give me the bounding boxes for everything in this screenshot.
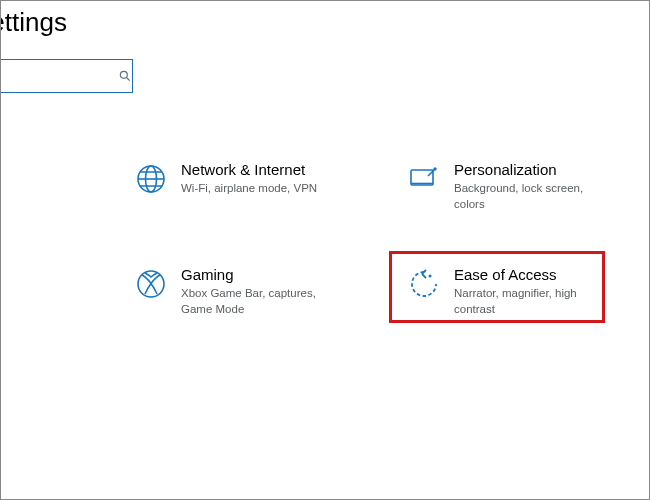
- tile-personalization-label: Personalization: [454, 161, 604, 179]
- svg-line-1: [127, 78, 130, 81]
- tile-security-desc: recovery,: [0, 393, 57, 409]
- tile-phone-desc: , iPhone: [0, 169, 57, 185]
- search-box[interactable]: [0, 59, 133, 93]
- tile-network-desc: Wi-Fi, airplane mode, VPN: [181, 181, 317, 197]
- tile-gaming-desc: Xbox Game Bar, captures, Game Mode: [181, 286, 331, 317]
- globe-icon: [135, 163, 167, 195]
- page-title: Settings: [0, 7, 67, 38]
- tile-gaming-label: Gaming: [181, 266, 331, 284]
- svg-point-0: [120, 71, 127, 78]
- ease-of-access-icon: [408, 268, 440, 300]
- tile-network[interactable]: Network & Internet Wi-Fi, airplane mode,…: [123, 151, 329, 207]
- tile-ease-desc: Narrator, magnifier, high contrast: [454, 286, 604, 317]
- tile-phone-partial[interactable]: , iPhone: [0, 167, 57, 185]
- tile-security-label: irity: [0, 373, 57, 391]
- tile-personalization-desc: Background, lock screen, colors: [454, 181, 604, 212]
- tile-ease-of-access[interactable]: Ease of Access Narrator, magnifier, high…: [396, 256, 616, 327]
- tile-language-desc: te: [0, 284, 57, 300]
- tile-security-partial[interactable]: irity recovery,: [0, 373, 57, 409]
- tile-gaming[interactable]: Gaming Xbox Game Bar, captures, Game Mod…: [123, 256, 343, 327]
- tile-network-label: Network & Internet: [181, 161, 317, 179]
- tile-ease-label: Ease of Access: [454, 266, 604, 284]
- search-input[interactable]: [0, 60, 118, 92]
- tile-personalization[interactable]: Personalization Background, lock screen,…: [396, 151, 616, 222]
- search-icon: [118, 69, 132, 83]
- tile-language-partial[interactable]: age te: [0, 264, 57, 300]
- svg-point-8: [429, 275, 432, 278]
- paintbrush-icon: [408, 163, 440, 195]
- xbox-icon: [135, 268, 167, 300]
- tile-language-label: age: [0, 264, 57, 282]
